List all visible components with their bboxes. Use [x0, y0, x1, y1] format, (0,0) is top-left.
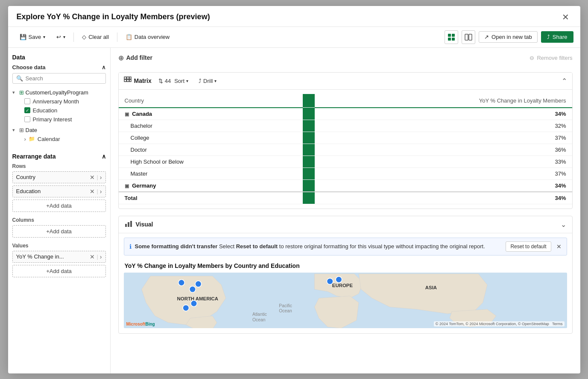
undo-dropdown-icon: ▾	[63, 35, 65, 39]
search-input[interactable]	[26, 75, 102, 82]
more-yoy-btn[interactable]: ›	[100, 253, 102, 260]
table-row[interactable]: Master 37%	[119, 167, 572, 179]
primary-interest-checkbox[interactable]	[24, 116, 30, 122]
modal-title: Explore YoY % Change in Loyalty Members …	[17, 12, 210, 21]
rows-add-data-button[interactable]: +Add data	[12, 200, 106, 212]
matrix-table: Country YoY % Change in Loyalty Members …	[119, 94, 572, 204]
matrix-collapse-button[interactable]: ⌃	[562, 77, 567, 85]
tree-item-customerloyaltyprogram[interactable]: ▾ ⊞ CustomerLoyaltyProgram	[12, 88, 106, 97]
sort-button[interactable]: ⇅ 44 Sort ▾	[155, 76, 192, 86]
add-filter-button[interactable]: ⊕ Visual Add filter	[118, 54, 152, 62]
child-label: College	[119, 132, 303, 144]
child-label: Bachelor	[119, 120, 303, 132]
matrix-panel: Matrix ⇅ 44 Sort ▾ ⤴ Drill ▾	[118, 72, 573, 209]
share-button[interactable]: ⤴ Share	[541, 31, 573, 43]
save-button[interactable]: 💾 Save ▾	[15, 31, 50, 43]
drill-icon: ⤴	[199, 78, 202, 84]
table-row[interactable]: College 37%	[119, 132, 572, 144]
map-dot	[336, 276, 342, 282]
svg-rect-0	[448, 34, 451, 37]
matrix-icon	[124, 76, 132, 85]
child-label: Doctor	[119, 144, 303, 156]
map-dot	[178, 279, 184, 286]
atlantic-ocean-label: Atlantic	[252, 312, 267, 317]
share-icon: ⤴	[547, 34, 550, 40]
rearrange-title: Rearrange data ∧	[12, 153, 106, 160]
tree-child-primary-interest[interactable]: Primary Interest	[24, 115, 106, 124]
country-label: ▣ Germany	[119, 179, 303, 192]
europe-label: EUROPE	[332, 282, 353, 288]
chart-title: YoY % Change in Loyalty Members by Count…	[119, 260, 572, 273]
choose-data-subtitle: Choose data ∧	[12, 64, 106, 71]
pacific-ocean-label2: Ocean	[279, 308, 292, 313]
view-toggle-button-1[interactable]	[445, 30, 458, 44]
tree-item-date[interactable]: ▾ ⊞ Date	[12, 126, 106, 135]
education-checkbox[interactable]: ✓	[24, 107, 30, 113]
svg-rect-1	[452, 34, 455, 37]
svg-rect-9	[124, 79, 126, 82]
table-row[interactable]: Doctor 36%	[119, 144, 572, 156]
info-bar-close-button[interactable]: ✕	[556, 243, 562, 250]
table-row[interactable]: High School or Below 33%	[119, 156, 572, 167]
total-label: Total	[119, 192, 303, 204]
collapse-rearrange-icon[interactable]: ∧	[102, 153, 106, 160]
expand-icon: ▣	[125, 112, 129, 117]
undo-button[interactable]: ↩ ▾	[52, 31, 70, 43]
total-value: 34%	[315, 192, 572, 204]
remove-education-btn[interactable]: ✕	[90, 188, 95, 195]
country-label: ▣ Canada	[119, 108, 303, 120]
map-dot	[195, 281, 202, 287]
more-education-btn[interactable]: ›	[100, 188, 102, 195]
visual-panel-title: Visual	[125, 220, 153, 229]
open-new-tab-button[interactable]: ↗ Open in new tab	[479, 31, 538, 43]
save-dropdown-icon: ▾	[43, 35, 45, 39]
view-toggle-button-2[interactable]	[462, 30, 475, 44]
columns-add-data-button[interactable]: +Add data	[12, 225, 106, 238]
collapse-choose-data-icon[interactable]: ∧	[102, 64, 106, 71]
rows-country-pill: Country ✕ | ›	[12, 171, 106, 183]
svg-rect-4	[465, 34, 468, 40]
info-bar: ℹ Some formatting didn't transfer Select…	[124, 238, 567, 256]
svg-rect-3	[452, 38, 455, 41]
table-row[interactable]: ▣ Canada 34%	[119, 108, 572, 120]
svg-rect-6	[124, 77, 126, 79]
svg-rect-14	[130, 221, 132, 227]
values-add-data-button[interactable]: +Add data	[12, 265, 106, 277]
separator: |	[97, 253, 98, 260]
table-row[interactable]: Bachelor 32%	[119, 120, 572, 132]
remove-country-btn[interactable]: ✕	[90, 174, 95, 181]
country-value: 34%	[315, 108, 572, 120]
reset-to-default-button[interactable]: Reset to default	[506, 241, 551, 252]
tree-child-anniversary-month[interactable]: Anniversary Month	[24, 97, 106, 106]
caret-icon: ▾	[12, 127, 18, 133]
more-country-btn[interactable]: ›	[100, 174, 102, 181]
tree-children-date: › 📁 Calendar	[12, 135, 106, 144]
matrix-panel-toolbar: Matrix ⇅ 44 Sort ▾ ⤴ Drill ▾	[119, 73, 572, 90]
anniversary-month-checkbox[interactable]	[24, 98, 30, 104]
open-new-tab-icon: ↗	[484, 34, 489, 40]
choose-data-section: Data Choose data ∧ 🔍 ▾	[12, 54, 106, 144]
remove-filter-icon: ⊖	[529, 55, 534, 61]
map-dot	[183, 305, 189, 311]
data-overview-button[interactable]: 📋 Data overview	[121, 31, 174, 43]
explore-modal: Explore YoY % Change in Loyalty Members …	[8, 6, 580, 373]
tree-children-clp: Anniversary Month ✓ Education Primary In…	[12, 97, 106, 124]
tree-child-education[interactable]: ✓ Education	[24, 106, 106, 115]
drill-button[interactable]: ⤴ Drill ▾	[195, 76, 220, 86]
clear-button[interactable]: ◇ Clear all	[77, 31, 114, 43]
visual-panel-header: Visual ⌄	[119, 216, 572, 233]
data-tree: ▾ ⊞ CustomerLoyaltyProgram Anniversary M…	[12, 88, 106, 144]
visual-collapse-button[interactable]: ⌄	[561, 220, 566, 229]
tree-child-calendar[interactable]: › 📁 Calendar	[24, 135, 106, 144]
map-svg: NORTH AMERICA EUROPE ASIA Pacific Ocean …	[124, 273, 567, 328]
child-value: 32%	[315, 120, 572, 132]
map-attribution: © 2024 TomTom, © 2024 Microsoft Corporat…	[434, 321, 565, 326]
visual-panel: Visual ⌄ ℹ Some formatting didn't transf…	[118, 216, 573, 334]
remove-filters-button[interactable]: ⊖ Remove filters	[529, 55, 572, 61]
close-button[interactable]: ✕	[559, 12, 572, 22]
sort-dropdown-icon: ▾	[186, 79, 188, 83]
remove-yoy-btn[interactable]: ✕	[90, 253, 95, 260]
search-box: 🔍	[12, 73, 106, 84]
map-dot	[189, 286, 196, 292]
table-row[interactable]: ▣ Germany 34%	[119, 179, 572, 192]
